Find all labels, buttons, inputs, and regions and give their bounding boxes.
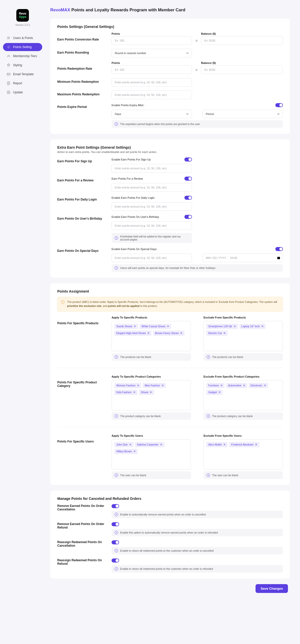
input-review-amount[interactable] — [112, 183, 192, 192]
warning-icon: ! — [61, 300, 65, 304]
tag[interactable]: Man Fashion✕ — [143, 383, 166, 388]
tagbox-exclude-products[interactable]: Smartphone 128 Gb✕Laptop 16" Inch✕Electr… — [204, 321, 283, 351]
tag[interactable]: Shoes✕ — [139, 390, 154, 395]
tag-remove-icon[interactable]: ✕ — [223, 443, 226, 446]
tag-remove-icon[interactable]: ✕ — [150, 391, 152, 394]
input-special-date[interactable] — [203, 254, 283, 262]
nav-users[interactable]: Users & Points — [3, 34, 42, 42]
heading-exclude-categories: Exclude From Specific Product Categories — [204, 375, 283, 378]
select-expire-period[interactable]: Period — [203, 110, 283, 118]
tag-remove-icon[interactable]: ✕ — [218, 391, 221, 394]
tagbox-apply-products[interactable]: Suede Shoes✕White Casual Shoes✕Elegant H… — [112, 321, 191, 351]
tag[interactable]: Automotive✕ — [226, 383, 247, 388]
tag[interactable]: Furniture✕ — [206, 383, 225, 388]
info-apply-categories: The product category can be blank — [120, 415, 161, 418]
info-icon: i — [115, 549, 118, 552]
toggle-daily[interactable] — [184, 196, 192, 200]
info-apply-products: The products can be blank — [120, 355, 151, 358]
toggle-signup[interactable] — [184, 157, 192, 162]
tag[interactable]: Brown Fancy Shoes✕ — [153, 331, 184, 336]
svg-point-1 — [9, 37, 10, 38]
divider — [57, 368, 283, 368]
tag[interactable]: Gadget✕ — [206, 390, 223, 395]
input-daily-amount[interactable] — [112, 202, 192, 211]
save-button[interactable]: Save Changes — [256, 584, 288, 593]
logo-text-2: Apps — [19, 15, 26, 19]
tag[interactable]: Frederick Abraham✕ — [229, 442, 259, 447]
tag[interactable]: Electric Car✕ — [206, 331, 228, 336]
tag[interactable]: Smartphone 128 Gb✕ — [206, 324, 238, 329]
tag[interactable]: Elegant High Heel Shoes✕ — [114, 331, 152, 336]
tag-remove-icon[interactable]: ✕ — [134, 325, 136, 328]
svg-rect-11 — [277, 257, 280, 259]
tag[interactable]: White Casual Shoes✕ — [139, 324, 171, 329]
tag-remove-icon[interactable]: ✕ — [264, 384, 266, 387]
tag[interactable]: Kids Fashion✕ — [114, 390, 137, 395]
nav-label: Email Template — [13, 72, 34, 76]
select-rounding[interactable]: Round to nearest number — [112, 49, 192, 57]
input-signup-amount[interactable] — [112, 164, 192, 173]
tagbox-apply-categories[interactable]: Woman Fashion✕Man Fashion✕Kids Fashion✕S… — [112, 380, 191, 410]
info-manage-1: Enable this option to automatically remo… — [120, 531, 218, 534]
tag[interactable]: Alice Muller✕ — [206, 442, 228, 447]
tag-remove-icon[interactable]: ✕ — [243, 384, 245, 387]
tag-remove-icon[interactable]: ✕ — [129, 443, 131, 446]
label-balance: Balance ($) — [201, 32, 283, 35]
tag[interactable]: Woman Fashion✕ — [114, 383, 141, 388]
toggle-manage-2[interactable] — [112, 540, 119, 544]
tag-remove-icon[interactable]: ✕ — [133, 391, 135, 394]
tagbox-exclude-users[interactable]: Alice Muller✕Frederick Abraham✕ — [204, 439, 283, 469]
select-expire-days[interactable]: Days — [112, 110, 192, 118]
info-icon: i — [115, 414, 118, 418]
tag-remove-icon[interactable]: ✕ — [147, 332, 149, 335]
toggle-manage-3[interactable] — [112, 558, 119, 562]
nav-report[interactable]: Report — [3, 79, 42, 87]
tag-remove-icon[interactable]: ✕ — [234, 325, 236, 328]
input-min-redemption[interactable] — [112, 78, 192, 87]
input-conversion-points[interactable] — [112, 36, 192, 45]
equals-icon-2: = — [195, 68, 197, 74]
label-max-redemption: Maximum Points Redemption — [57, 91, 108, 96]
info-icon: i — [207, 355, 210, 359]
label-manage-2: Reassign Redeemed Points On Cancellation — [57, 540, 108, 547]
input-birthday-amount[interactable] — [112, 221, 192, 230]
tag-remove-icon[interactable]: ✕ — [160, 443, 162, 446]
label-review-toggle: Earn Points For a Review — [112, 177, 143, 180]
tag[interactable]: Hillary Brown✕ — [114, 449, 138, 454]
tag-remove-icon[interactable]: ✕ — [223, 332, 226, 335]
tagbox-apply-users[interactable]: John Doe✕Sabrina Carpenter✕Hillary Brown… — [112, 439, 191, 469]
tag-remove-icon[interactable]: ✕ — [167, 325, 169, 328]
tag[interactable]: Suede Shoes✕ — [114, 324, 138, 329]
tag[interactable]: Laptop 16" Inch✕ — [239, 324, 266, 329]
tagbox-exclude-categories[interactable]: Furniture✕Automotive✕Electronic✕Gadget✕ — [204, 380, 283, 410]
toggle-expire[interactable] — [275, 103, 283, 107]
tag-remove-icon[interactable]: ✕ — [261, 325, 264, 328]
input-max-redemption[interactable] — [112, 91, 192, 99]
input-redemption-balance[interactable] — [201, 65, 283, 74]
toggle-manage-1[interactable] — [112, 522, 119, 526]
label-review: Earn Points For a Review — [57, 177, 108, 182]
toggle-birthday[interactable] — [184, 215, 192, 219]
title-accent: RevoMAX — [50, 8, 70, 12]
nav-email[interactable]: Email Template — [3, 70, 42, 78]
nav-update[interactable]: Update — [3, 88, 42, 96]
nav-tiers[interactable]: Membership Tiers — [3, 52, 42, 60]
tag[interactable]: Electronic✕ — [249, 383, 268, 388]
toggle-special[interactable] — [275, 247, 283, 251]
nav-settings[interactable]: Points Setting — [3, 43, 42, 51]
input-special-amount[interactable] — [112, 254, 192, 262]
tag-remove-icon[interactable]: ✕ — [137, 384, 139, 387]
tag[interactable]: Sabrina Carpenter✕ — [135, 442, 164, 447]
toggle-manage-0[interactable] — [112, 504, 119, 508]
tag[interactable]: John Doe✕ — [114, 442, 133, 447]
tag-remove-icon[interactable]: ✕ — [133, 450, 136, 453]
info-icon: i — [207, 414, 210, 418]
tag-remove-icon[interactable]: ✕ — [180, 332, 182, 335]
toggle-review[interactable] — [184, 177, 192, 181]
input-redemption-points[interactable] — [112, 65, 192, 74]
nav-styling[interactable]: Styling — [3, 61, 42, 69]
tag-remove-icon[interactable]: ✕ — [255, 443, 257, 446]
tag-remove-icon[interactable]: ✕ — [220, 384, 223, 387]
tag-remove-icon[interactable]: ✕ — [162, 384, 164, 387]
input-conversion-balance[interactable] — [201, 36, 283, 45]
